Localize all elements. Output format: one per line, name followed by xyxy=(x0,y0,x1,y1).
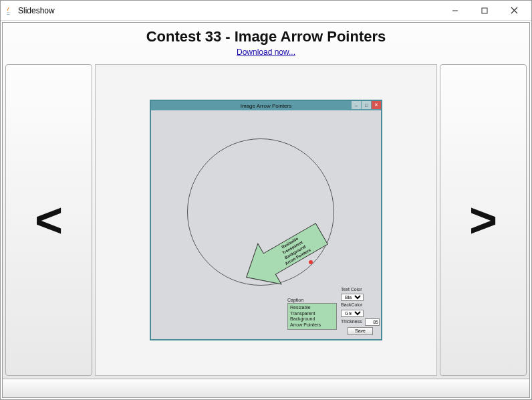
caption-line: Resizable xyxy=(290,305,334,310)
download-link[interactable]: Download now... xyxy=(237,47,295,57)
inner-title-text: Image Arrow Pointers xyxy=(241,103,291,109)
inner-close-icon: ✕ xyxy=(372,101,381,109)
slide-title: Contest 33 - Image Arrow Pointers xyxy=(3,28,529,45)
slide-area: < Image Arrow Pointers – □ ✕ xyxy=(3,62,529,379)
slide-header: Contest 33 - Image Arrow Pointers Downlo… xyxy=(3,23,529,62)
prev-button[interactable]: < xyxy=(5,64,92,376)
caption-line: Transparent xyxy=(290,311,334,316)
inner-max-icon: □ xyxy=(362,101,371,109)
caption-label: Caption xyxy=(287,298,337,303)
caption-textarea: Resizable Transparent Background Arrow P… xyxy=(287,303,337,330)
caption-line: Arrow Pointers xyxy=(290,322,334,328)
main-panel: Contest 33 - Image Arrow Pointers Downlo… xyxy=(2,22,530,398)
thickness-input xyxy=(365,318,380,326)
svg-rect-1 xyxy=(482,8,487,13)
textcolor-label: Text Color xyxy=(341,287,380,292)
thickness-label: Thickness xyxy=(341,319,365,324)
window-title: Slideshow xyxy=(18,6,440,15)
inner-save-button: Save xyxy=(348,327,373,335)
svg-marker-4 xyxy=(235,222,334,289)
window-titlebar: Slideshow xyxy=(1,1,531,21)
next-button[interactable]: > xyxy=(440,64,527,376)
controls-panel: Text Color Black BackColor Green Thickne xyxy=(341,287,380,335)
java-icon xyxy=(3,5,14,16)
backcolor-select: Green xyxy=(341,310,364,317)
caption-panel: Caption Resizable Transparent Background… xyxy=(287,298,337,330)
caption-line: Background xyxy=(290,316,334,322)
textcolor-select: Black xyxy=(341,294,364,301)
slide-image: Image Arrow Pointers – □ ✕ Resizable xyxy=(150,100,382,340)
inner-canvas: Resizable Transparent Background Arrow P… xyxy=(154,112,378,336)
footer-bar xyxy=(3,379,529,397)
slide-stage: Image Arrow Pointers – □ ✕ Resizable xyxy=(95,64,437,376)
inner-min-icon: – xyxy=(352,101,361,109)
backcolor-label: BackColor xyxy=(341,302,380,308)
maximize-button[interactable] xyxy=(470,1,499,20)
inner-window-title: Image Arrow Pointers – □ ✕ xyxy=(151,101,381,110)
minimize-button[interactable] xyxy=(440,1,470,20)
arrow-pointer-shape: Resizable Transparent Background Arrow P… xyxy=(234,222,334,289)
close-button[interactable] xyxy=(499,1,529,20)
